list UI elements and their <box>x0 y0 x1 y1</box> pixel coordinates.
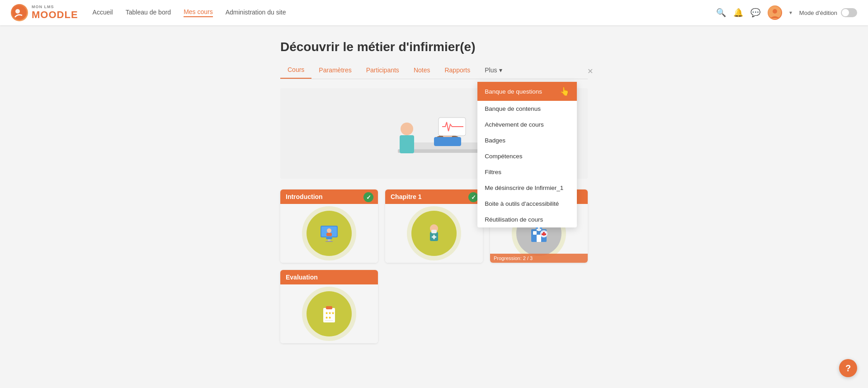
tab-cours[interactable]: Cours <box>280 62 311 79</box>
dropdown-item-badges[interactable]: Badges <box>477 132 577 148</box>
edit-mode-toggle[interactable] <box>841 8 857 17</box>
dropdown-item-achevement[interactable]: Achèvement de cours <box>477 117 577 132</box>
card-introduction-body <box>280 204 378 263</box>
edit-mode-label: Mode d'édition <box>799 9 837 16</box>
main-content: Découvrir le métier d'infirmier(e) Cours… <box>280 25 588 361</box>
nav-accueil[interactable]: Accueil <box>93 9 113 17</box>
tab-notes[interactable]: Notes <box>406 62 438 78</box>
svg-rect-32 <box>537 235 541 242</box>
nav-mes-cours[interactable]: Mes cours <box>184 8 213 17</box>
card-circle-outer: ★★★ ★★ <box>302 287 356 341</box>
svg-point-10 <box>401 123 413 135</box>
svg-rect-23 <box>326 241 333 242</box>
tabs-bar: Cours Paramètres Participants Notes Rapp… <box>280 62 588 79</box>
svg-rect-26 <box>431 230 437 233</box>
card-circle-bg <box>307 211 352 256</box>
bell-icon[interactable]: 🔔 <box>733 8 743 18</box>
svg-point-3 <box>773 9 777 14</box>
card-evaluation[interactable]: Evaluation ★★★ ★★ <box>280 270 378 343</box>
svg-rect-21 <box>326 237 332 239</box>
svg-point-1 <box>15 9 20 14</box>
main-nav: Accueil Tableau de bord Mes cours Admini… <box>93 8 716 17</box>
tab-participants[interactable]: Participants <box>359 62 406 78</box>
chevron-down-icon: ▾ <box>499 66 502 74</box>
card-chapitre1-header: Chapitre 1 ✓ <box>385 189 483 204</box>
dropdown-item-reutilisation[interactable]: Réutilisation de cours <box>477 212 577 227</box>
svg-text:★★: ★★ <box>325 316 331 320</box>
svg-rect-35 <box>537 229 541 231</box>
svg-rect-20 <box>326 233 332 236</box>
search-icon[interactable]: 🔍 <box>716 8 726 18</box>
chevron-down-icon[interactable]: ▾ <box>789 9 792 16</box>
tab-rapports[interactable]: Rapports <box>437 62 477 78</box>
check-icon: ✓ <box>468 192 478 202</box>
svg-text:★★★: ★★★ <box>325 311 335 315</box>
dropdown-item-competences[interactable]: Compétences <box>477 148 577 164</box>
svg-rect-28 <box>432 236 436 238</box>
card-chapitre1[interactable]: Chapitre 1 ✓ <box>385 189 483 263</box>
nav-tableau[interactable]: Tableau de bord <box>126 9 171 17</box>
help-button[interactable]: ? <box>839 359 857 377</box>
cursor-icon: 👆 <box>560 86 570 96</box>
card-introduction[interactable]: Introduction ✓ <box>280 189 378 263</box>
dropdown-item-banque-questions[interactable]: Banque de questions 👆 <box>477 82 577 101</box>
tab-parametres[interactable]: Paramètres <box>311 62 359 78</box>
header-right: 🔍 🔔 💬 ▾ Mode d'édition <box>716 5 857 20</box>
svg-point-19 <box>327 228 331 233</box>
svg-rect-9 <box>434 137 461 146</box>
card-circle-outer <box>407 206 461 260</box>
dropdown-item-filtres[interactable]: Filtres <box>477 164 577 180</box>
nav-administration[interactable]: Administration du site <box>226 9 286 17</box>
main-header: MON LMS MOODLE Accueil Tableau de bord M… <box>0 0 868 25</box>
dropdown-item-accessibilite[interactable]: Boite à outils d'accessibilité <box>477 196 577 212</box>
card-chapitre1-body <box>385 204 483 263</box>
card-circle-bg: ★★★ ★★ <box>307 291 352 336</box>
card-circle-outer <box>302 206 356 260</box>
dropdown-item-desinscrire[interactable]: Me désinscrire de Infirmier_1 <box>477 180 577 196</box>
dropdown-item-banque-contenus[interactable]: Banque de contenus <box>477 101 577 117</box>
svg-rect-30 <box>533 231 537 235</box>
svg-rect-22 <box>328 239 330 241</box>
card-evaluation-header: Evaluation <box>280 270 378 284</box>
card-progress: Progression: 2 / 3 <box>490 254 588 263</box>
check-icon: ✓ <box>363 192 373 202</box>
avatar[interactable] <box>768 5 782 20</box>
card-circle-bg <box>411 211 457 256</box>
svg-rect-43 <box>325 320 333 321</box>
svg-rect-40 <box>326 306 332 309</box>
logo[interactable]: MON LMS MOODLE <box>11 4 78 21</box>
logo-text: MON LMS MOODLE <box>32 5 78 21</box>
svg-rect-11 <box>400 135 414 153</box>
chat-icon[interactable]: 💬 <box>750 8 760 18</box>
close-icon[interactable]: ✕ <box>587 67 593 76</box>
page-title: Découvrir le métier d'infirmier(e) <box>280 40 588 54</box>
card-introduction-header: Introduction ✓ <box>280 189 378 204</box>
edit-mode: Mode d'édition <box>799 8 857 17</box>
card-evaluation-body: ★★★ ★★ <box>280 284 378 343</box>
tab-plus[interactable]: Plus ▾ Banque de questions 👆 Banque de c… <box>477 62 509 78</box>
dropdown-menu: Banque de questions 👆 Banque de contenus… <box>477 82 577 227</box>
svg-rect-38 <box>542 233 546 235</box>
logo-icon <box>11 4 28 21</box>
